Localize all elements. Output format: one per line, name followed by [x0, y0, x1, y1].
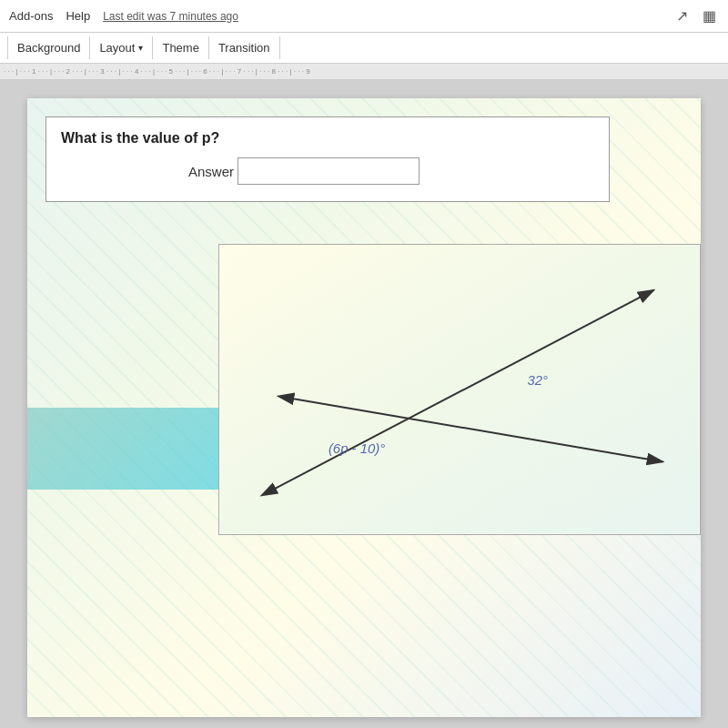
- top-icons: ↗ ▦: [672, 6, 719, 26]
- grid-icon[interactable]: ▦: [699, 6, 719, 26]
- chart-icon[interactable]: ↗: [672, 6, 692, 26]
- last-edit-label: Last edit was 7 minutes ago: [103, 10, 238, 23]
- svg-rect-0: [220, 245, 700, 534]
- diagram-svg: 32° (6p - 10)°: [219, 245, 700, 534]
- help-menu[interactable]: Help: [66, 9, 90, 23]
- background-button[interactable]: Background: [7, 36, 90, 59]
- angle1-label: 32°: [528, 373, 549, 388]
- addons-menu[interactable]: Add-ons: [9, 9, 53, 23]
- layout-dropdown-arrow: ▾: [138, 43, 143, 53]
- diagram-box: 32° (6p - 10)°: [218, 244, 701, 535]
- canvas-area: What is the value of p? Answer: [0, 80, 728, 728]
- toolbar: Background Layout ▾ Theme Transition: [0, 33, 728, 64]
- theme-button[interactable]: Theme: [153, 36, 208, 59]
- question-box: What is the value of p? Answer: [46, 116, 610, 202]
- slide: What is the value of p? Answer: [27, 98, 701, 717]
- ruler-marks: · · · | · · · 1 · · · | · · · 2 · · · | …: [4, 67, 724, 76]
- answer-row: Answer: [61, 157, 594, 185]
- question-text: What is the value of p?: [61, 130, 594, 147]
- menu-items: Add-ons Help Last edit was 7 minutes ago: [9, 9, 238, 23]
- answer-input[interactable]: [238, 157, 420, 185]
- answer-label: Answer: [188, 164, 234, 179]
- layout-label: Layout: [99, 41, 135, 55]
- transition-button[interactable]: Transition: [209, 36, 280, 59]
- ruler: · · · | · · · 1 · · · | · · · 2 · · · | …: [0, 64, 728, 80]
- layout-button[interactable]: Layout ▾: [90, 36, 153, 59]
- teal-strip: [27, 408, 223, 490]
- top-bar: Add-ons Help Last edit was 7 minutes ago…: [0, 0, 728, 33]
- angle2-label: (6p - 10)°: [329, 441, 385, 456]
